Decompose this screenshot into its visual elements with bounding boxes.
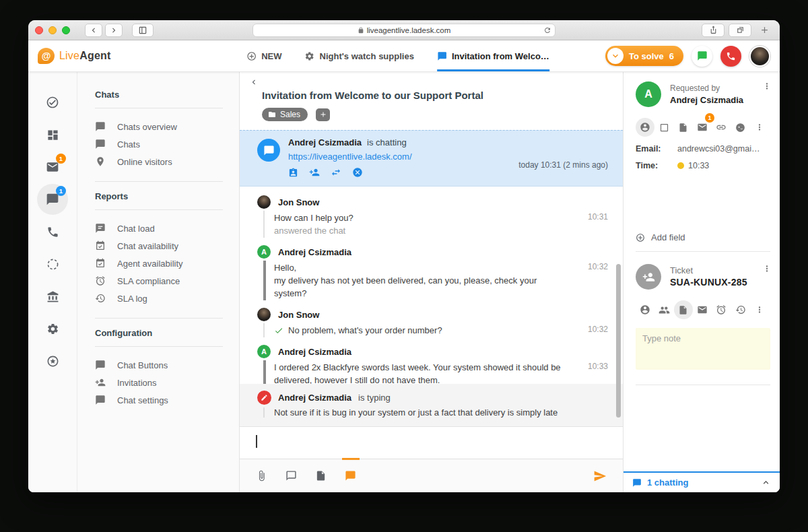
share-button[interactable] (702, 24, 725, 37)
history-icon[interactable] (731, 300, 750, 319)
chat-icon (95, 139, 106, 149)
rail-item-academy[interactable] (37, 281, 68, 312)
tab-invitation[interactable]: Invitation from Welco… (437, 40, 549, 71)
new-tab-button[interactable] (755, 24, 773, 37)
ticket-header: Invitation from Welcome to our Support P… (240, 72, 623, 130)
chat-message: Jon Snow How can I help you? answered th… (257, 195, 608, 238)
nav-item-chat-availability[interactable]: Chat availability (95, 237, 223, 255)
liveagent-logo[interactable]: @ LiveAgent (38, 48, 110, 64)
nav-item-chats-overview[interactable]: Chats overview (95, 118, 223, 135)
divider (95, 108, 223, 108)
chatting-footer[interactable]: 1 chatting (624, 471, 780, 492)
email-field: Email: andrewcsi03@gmai… (636, 144, 770, 154)
nav-item-sla-compliance[interactable]: SLA compliance (95, 272, 223, 290)
card-icon[interactable] (654, 118, 673, 137)
close-circle-icon[interactable] (352, 167, 363, 178)
rail-item-chats[interactable]: 1 (37, 184, 68, 215)
ticket-title: Invitation from Welcome to our Support P… (262, 90, 609, 101)
more-icon[interactable] (762, 264, 772, 273)
browser-window: liveagentlive.ladesk.com @ LiveAgent NEW… (28, 20, 780, 492)
send-button[interactable] (593, 469, 607, 483)
zoom-window-button[interactable] (62, 26, 70, 34)
reply-mode-button[interactable] (285, 470, 297, 481)
visitor-url-link[interactable]: https://liveagentlive.ladesk.com/ (288, 152, 412, 162)
attachment-button[interactable] (256, 470, 267, 481)
check-circle-icon (46, 96, 59, 109)
account-icon[interactable] (636, 118, 654, 137)
chat-scrollbar[interactable] (616, 264, 621, 418)
back-chevron-button[interactable] (249, 77, 609, 87)
nav-item-agent-availability[interactable]: Agent availability (95, 255, 223, 272)
nav-item-chat-buttons[interactable]: Chat Buttons (95, 356, 223, 374)
attachment-icon (256, 470, 267, 481)
chat-status-button[interactable] (692, 46, 712, 67)
chat-mode-button[interactable] (345, 470, 356, 481)
calendar-check-icon (95, 240, 106, 251)
nav-item-sla-log[interactable]: SLA log (95, 290, 223, 307)
rail-item-social[interactable] (37, 248, 68, 279)
account-icon[interactable] (636, 300, 654, 319)
agent-avatar[interactable] (749, 46, 770, 67)
visitor-name: Andrej Csizmadia (288, 137, 362, 147)
more-icon[interactable] (750, 118, 769, 137)
rail-item-addons[interactable] (37, 345, 68, 376)
message-input[interactable] (240, 426, 623, 459)
tab-overview-button[interactable] (729, 24, 751, 37)
mail-icon[interactable]: 1 (693, 118, 712, 137)
rail-item-dashboard[interactable] (37, 119, 68, 150)
mail-icon[interactable] (693, 300, 712, 319)
ticket-tabs: NEW Night's watch supplies Invitation fr… (246, 40, 549, 71)
nav-item-chat-settings[interactable]: Chat settings (95, 391, 223, 409)
department-tag[interactable]: Sales (262, 108, 308, 121)
link-icon[interactable] (712, 118, 731, 137)
rail-item-calls[interactable] (37, 216, 68, 247)
minimize-window-button[interactable] (48, 26, 57, 34)
note-mode-button[interactable] (315, 470, 327, 481)
nav-section-title: Chats (95, 90, 223, 100)
note-icon[interactable] (674, 300, 693, 319)
visitor-avatar: A (257, 245, 271, 259)
person-add-icon[interactable] (309, 167, 320, 178)
phone-icon (46, 226, 59, 238)
to-solve-button[interactable]: To solve 6 (605, 46, 683, 66)
chat-icon (95, 121, 106, 132)
chevron-up-icon[interactable] (761, 477, 771, 488)
message-list[interactable]: Jon Snow How can I help you? answered th… (240, 187, 623, 384)
chat-icon (95, 395, 106, 405)
contact-card-icon[interactable] (288, 168, 298, 178)
mailchimp-icon[interactable] (731, 118, 750, 137)
nav-item-online-visitors[interactable]: Online visitors (95, 153, 223, 170)
tab-new[interactable]: NEW (246, 40, 281, 71)
rail-item-resolve[interactable] (37, 87, 68, 118)
add-field-button[interactable]: Add field (636, 232, 770, 242)
back-button[interactable] (85, 24, 102, 37)
chat-icon (632, 478, 642, 488)
alarm-icon[interactable] (712, 300, 731, 319)
nav-item-chats[interactable]: Chats (95, 135, 223, 153)
close-window-button[interactable] (35, 26, 43, 34)
tab-nights-watch-supplies[interactable]: Night's watch supplies (305, 40, 414, 71)
requester-actions: 1 (636, 118, 770, 137)
call-status-button[interactable] (720, 46, 741, 67)
visitor-avatar: A (257, 345, 271, 358)
sidebar-toggle-button[interactable] (132, 24, 154, 37)
nav-item-invitations[interactable]: Invitations (95, 374, 223, 391)
people-icon[interactable] (654, 300, 673, 319)
more-icon[interactable] (750, 300, 769, 319)
ticket-id: SUA-KUNUX-285 (670, 276, 747, 289)
chats-badge: 1 (56, 186, 66, 196)
message-time: 10:31 (588, 212, 608, 222)
more-icon[interactable] (762, 81, 772, 91)
note-icon[interactable] (674, 118, 693, 137)
bank-icon (46, 290, 59, 303)
add-tag-button[interactable] (316, 108, 330, 121)
rail-item-tickets[interactable]: 1 (37, 152, 68, 182)
rail-item-settings[interactable] (37, 313, 68, 344)
address-bar[interactable]: liveagentlive.ladesk.com (252, 24, 556, 37)
reload-button[interactable] (543, 26, 551, 34)
forward-button[interactable] (105, 24, 123, 37)
note-input[interactable] (636, 328, 770, 370)
transfer-icon[interactable] (331, 167, 341, 178)
nav-item-chat-load[interactable]: Chat load (95, 220, 223, 237)
chat-message: Jon Snow No problem, what's your order n… (257, 308, 608, 337)
